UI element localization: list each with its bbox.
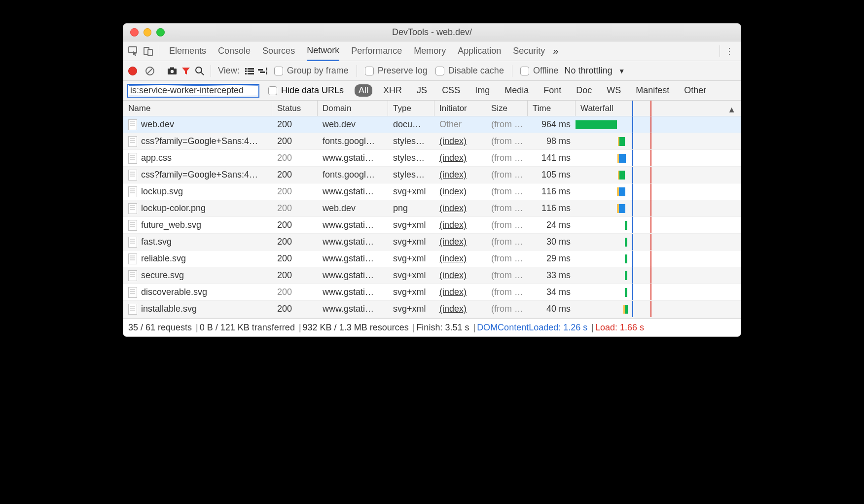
cell-type: png xyxy=(388,200,434,216)
request-row[interactable]: secure.svg200www.gstati…svg+xml(index)(f… xyxy=(123,267,741,284)
zoom-window-button[interactable] xyxy=(156,28,165,36)
cell-type: svg+xml xyxy=(388,251,434,267)
type-filter-css[interactable]: CSS xyxy=(438,84,464,97)
device-toolbar-icon[interactable] xyxy=(141,44,156,59)
request-row[interactable]: app.css200www.gstati…styles…(index)(from… xyxy=(123,150,741,167)
cell-initiator[interactable]: (index) xyxy=(434,183,486,200)
request-row[interactable]: css?family=Google+Sans:4…200fonts.googl…… xyxy=(123,167,741,183)
cell-time: 34 ms xyxy=(528,284,576,300)
type-filter-all[interactable]: All xyxy=(355,84,372,97)
tab-elements[interactable]: Elements xyxy=(169,41,206,61)
large-rows-icon[interactable] xyxy=(243,64,256,78)
cell-initiator[interactable]: (index) xyxy=(434,251,486,267)
file-icon xyxy=(128,170,137,180)
request-row[interactable]: installable.svg200www.gstati…svg+xml(ind… xyxy=(123,301,741,318)
tab-memory[interactable]: Memory xyxy=(414,41,446,61)
overview-icon[interactable] xyxy=(256,64,270,78)
type-filter-js[interactable]: JS xyxy=(413,84,431,97)
clear-icon[interactable] xyxy=(143,64,157,78)
cell-initiator[interactable]: (index) xyxy=(434,234,486,250)
tab-performance[interactable]: Performance xyxy=(351,41,402,61)
tab-console[interactable]: Console xyxy=(218,41,251,61)
cell-type: docu… xyxy=(388,116,434,133)
throttling-select[interactable]: No throttling xyxy=(565,66,612,76)
cell-initiator[interactable]: (index) xyxy=(434,217,486,233)
status-finish: Finish: 3.51 s xyxy=(416,323,477,333)
cell-type: svg+xml xyxy=(388,217,434,233)
cell-initiator[interactable]: (index) xyxy=(434,267,486,284)
cell-type: svg+xml xyxy=(388,284,434,300)
capture-screenshots-icon[interactable] xyxy=(165,64,179,78)
preserve-log-checkbox[interactable]: Preserve log xyxy=(365,66,428,76)
cell-domain: www.gstati… xyxy=(318,301,388,317)
column-waterfall[interactable]: Waterfall▲ xyxy=(576,101,741,116)
type-filter-media[interactable]: Media xyxy=(501,84,533,97)
file-icon xyxy=(128,304,137,315)
more-tabs-chevron-icon[interactable]: » xyxy=(553,45,558,57)
request-row[interactable]: future_web.svg200www.gstati…svg+xml(inde… xyxy=(123,217,741,234)
minimize-window-button[interactable] xyxy=(144,28,152,36)
tab-sources[interactable]: Sources xyxy=(262,41,295,61)
throttling-dropdown-icon[interactable]: ▼ xyxy=(618,67,625,75)
view-label: View: xyxy=(218,66,240,76)
cell-name: web.dev xyxy=(123,116,272,133)
svg-rect-0 xyxy=(129,47,137,53)
status-transferred: 0 B / 121 KB transferred xyxy=(200,323,303,333)
cell-time: 964 ms xyxy=(528,116,576,133)
network-table: NameStatusDomainTypeInitiatorSizeTimeWat… xyxy=(123,101,741,319)
tab-application[interactable]: Application xyxy=(458,41,501,61)
type-filter-manifest[interactable]: Manifest xyxy=(632,84,673,97)
close-window-button[interactable] xyxy=(130,28,139,36)
filter-icon[interactable] xyxy=(179,64,193,78)
column-initiator[interactable]: Initiator xyxy=(434,101,486,116)
record-button[interactable] xyxy=(128,67,137,75)
type-filter-ws[interactable]: WS xyxy=(603,84,625,97)
settings-menu-icon[interactable]: ⋮ xyxy=(722,46,737,57)
request-row[interactable]: css?family=Google+Sans:4…200fonts.googl…… xyxy=(123,133,741,150)
column-time[interactable]: Time xyxy=(528,101,576,116)
column-type[interactable]: Type xyxy=(388,101,434,116)
cell-name: secure.svg xyxy=(123,267,272,284)
inspect-element-icon[interactable] xyxy=(126,44,141,59)
filter-input[interactable] xyxy=(127,84,259,98)
cell-status: 200 xyxy=(272,284,318,300)
type-filter-font[interactable]: Font xyxy=(540,84,565,97)
cell-initiator[interactable]: (index) xyxy=(434,301,486,317)
column-status[interactable]: Status xyxy=(272,101,318,116)
cell-type: styles… xyxy=(388,167,434,183)
tab-network[interactable]: Network xyxy=(307,41,339,61)
cell-initiator[interactable]: (index) xyxy=(434,200,486,216)
cell-status: 200 xyxy=(272,267,318,284)
cell-size: (from … xyxy=(486,167,528,183)
file-icon xyxy=(128,270,137,281)
request-row[interactable]: lockup.svg200www.gstati…svg+xml(index)(f… xyxy=(123,183,741,200)
disable-cache-checkbox[interactable]: Disable cache xyxy=(435,66,504,76)
svg-point-6 xyxy=(171,70,174,72)
cell-waterfall xyxy=(576,267,741,284)
type-filter-xhr[interactable]: XHR xyxy=(379,84,406,97)
tab-security[interactable]: Security xyxy=(513,41,545,61)
search-icon[interactable] xyxy=(193,64,207,78)
devtools-window: DevTools - web.dev/ ElementsConsoleSourc… xyxy=(123,23,741,337)
column-size[interactable]: Size xyxy=(486,101,528,116)
column-name[interactable]: Name xyxy=(123,101,272,116)
request-row[interactable]: fast.svg200www.gstati…svg+xml(index)(fro… xyxy=(123,234,741,251)
cell-status: 200 xyxy=(272,251,318,267)
request-row[interactable]: discoverable.svg200www.gstati…svg+xml(in… xyxy=(123,284,741,301)
column-domain[interactable]: Domain xyxy=(318,101,388,116)
type-filter-other[interactable]: Other xyxy=(680,84,710,97)
cell-initiator[interactable]: (index) xyxy=(434,167,486,183)
cell-initiator[interactable]: (index) xyxy=(434,284,486,300)
request-row[interactable]: reliable.svg200www.gstati…svg+xml(index)… xyxy=(123,251,741,267)
group-by-frame-checkbox[interactable]: Group by frame xyxy=(274,66,349,76)
type-filter-doc[interactable]: Doc xyxy=(572,84,596,97)
cell-initiator[interactable]: (index) xyxy=(434,133,486,149)
offline-checkbox[interactable]: Offline xyxy=(520,66,559,76)
request-row[interactable]: web.dev200web.devdocu…Other(from …964 ms xyxy=(123,116,741,133)
hide-data-urls-checkbox[interactable]: Hide data URLs xyxy=(268,85,344,96)
cell-initiator[interactable]: (index) xyxy=(434,150,486,166)
file-icon xyxy=(128,203,137,214)
svg-rect-11 xyxy=(248,68,254,70)
request-row[interactable]: lockup-color.png200web.devpng(index)(fro… xyxy=(123,200,741,217)
type-filter-img[interactable]: Img xyxy=(471,84,494,97)
